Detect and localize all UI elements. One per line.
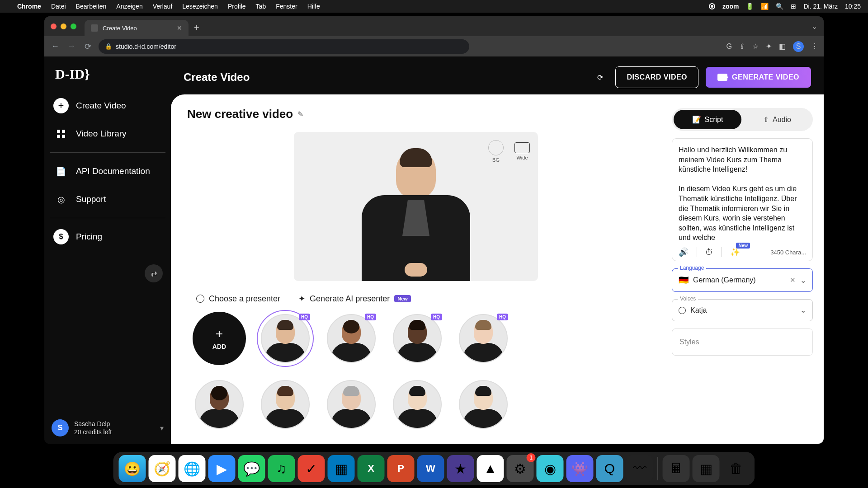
tab-list-icon[interactable]: ⌄ [811,22,817,31]
menubar-item[interactable]: Bearbeiten [76,3,107,10]
menubar-app[interactable]: Chrome [17,3,41,10]
extensions-icon[interactable]: ✦ [766,42,772,51]
reload-button[interactable]: ⟳ [82,42,93,52]
bookmark-icon[interactable]: ☆ [752,42,759,51]
dock-drive[interactable]: ▲ [477,455,504,482]
spotlight-icon[interactable]: 🔍 [776,3,783,10]
dock-safari[interactable]: 🧭 [149,455,176,482]
sidebar-item-video-library[interactable]: Video Library [44,120,171,148]
presenter-option[interactable] [259,378,312,431]
script-textarea[interactable]: Hallo und herzlich Willkommen zu meinem … [672,138,813,261]
record-icon[interactable] [709,3,715,9]
tab-script[interactable]: 📝 Script [674,110,741,129]
dock-trash[interactable]: 🗑 [722,455,750,482]
back-button[interactable]: ← [50,42,61,51]
background-button[interactable]: BG [488,140,504,163]
menubar-item[interactable]: Tab [256,3,266,10]
generate-video-button[interactable]: GENERATE VIDEO [706,67,811,88]
sidebar-item-pricing[interactable]: $ Pricing [44,223,171,251]
share-icon[interactable]: ⇪ [739,42,745,51]
browser-tab[interactable]: Create Video ✕ [85,20,189,36]
grid-icon [53,126,69,141]
styles-select[interactable]: Styles [672,328,813,356]
dock-excel[interactable]: X [358,455,385,482]
presenter-option[interactable] [457,378,510,431]
presenter-option[interactable] [391,378,444,431]
presenter-option[interactable] [193,378,246,431]
dock-whatsapp[interactable]: 💬 [238,455,265,482]
minimize-window-icon[interactable] [61,23,66,29]
tab-choose-presenter[interactable]: Choose a presenter [196,294,280,304]
google-icon[interactable]: G [726,42,732,51]
menubar-item[interactable]: Anzeigen [116,3,142,10]
magic-button[interactable]: ✨New [730,247,740,257]
dock-chrome[interactable]: 🌐 [179,455,206,482]
dock-trello[interactable]: ▦ [328,455,355,482]
menubar-item[interactable]: Profile [228,3,246,10]
tab-generate-presenter[interactable]: ✦ Generate AI presenter New [298,294,411,304]
forward-button[interactable]: → [66,42,77,51]
menubar-item[interactable]: Fenster [276,3,297,10]
url-field[interactable]: 🔒 studio.d-id.com/editor [99,39,469,54]
dock-folder[interactable]: ▦ [693,455,720,482]
app-logo[interactable]: D-ID} [44,64,171,92]
language-select[interactable]: Language 🇩🇪 German (Germany) ✕ ⌄ [672,268,813,292]
presenter-option[interactable]: HQ [259,312,312,365]
dock-calculator[interactable]: 🖩 [663,455,690,482]
menubar-item[interactable]: Verlauf [153,3,173,10]
favicon-icon [91,24,98,32]
voice-select[interactable]: Voices Katja ⌄ [672,299,813,321]
dock-audio[interactable]: 〰 [626,455,653,482]
edit-title-icon[interactable]: ✎ [297,110,303,118]
maximize-window-icon[interactable] [71,23,76,29]
refresh-button[interactable]: ⟳ [592,69,608,85]
listen-button[interactable]: 🔊 [679,247,689,257]
dock-discord[interactable]: 👾 [566,455,594,482]
sidebar-item-api-docs[interactable]: 📄 API Documentation [44,157,171,185]
tab-audio[interactable]: ⇧ Audio [743,110,811,129]
menubar-item[interactable]: Hilfe [307,3,320,10]
menubar-item[interactable]: Lesezeichen [182,3,218,10]
profile-avatar[interactable]: S [793,41,804,52]
pause-button[interactable]: ⏱ [705,248,713,257]
close-window-icon[interactable] [51,23,57,29]
close-tab-icon[interactable]: ✕ [177,24,182,32]
dock-zoom[interactable]: ▶ [208,455,236,482]
sidepanel-icon[interactable]: ◧ [779,42,786,51]
sidebar-item-support[interactable]: ◎ Support [44,185,171,213]
app-header: Create Video ⟳ DISCARD VIDEO GENERATE VI… [171,56,824,94]
dock-powerpoint[interactable]: P [387,455,415,482]
dock-spotify[interactable]: ♫ [268,455,295,482]
lock-icon: 🔒 [105,43,112,50]
svg-rect-3 [62,135,65,138]
dock-app[interactable]: ◉ [537,455,564,482]
menubar-item[interactable]: Datei [51,3,66,10]
presenter-option[interactable]: HQ [325,312,378,365]
control-center-icon[interactable]: ⊞ [791,3,796,10]
presenter-option[interactable] [325,378,378,431]
discard-video-button[interactable]: DISCARD VIDEO [615,66,698,88]
chevron-down-icon: ⌄ [800,276,806,285]
user-menu[interactable]: S Sascha Delp 20 credits left ▾ [44,412,171,444]
wifi-icon[interactable]: 📶 [761,3,769,10]
menubar-time[interactable]: 10:25 [845,3,861,10]
new-tab-button[interactable]: + [194,23,199,33]
collapse-sidebar-button[interactable]: ⇄ [145,264,163,282]
dock-quicktime[interactable]: Q [596,455,623,482]
user-name: Sascha Delp [74,420,112,428]
dock-settings[interactable]: ⚙1 [507,455,534,482]
battery-icon[interactable]: 🔋 [746,3,754,10]
dock-todoist[interactable]: ✓ [298,455,325,482]
add-presenter-button[interactable]: + ADD [193,312,246,365]
wide-button[interactable]: Wide [514,140,530,163]
zoom-status[interactable]: zoom [722,3,739,10]
dock-word[interactable]: W [417,455,444,482]
dock-finder[interactable]: 😀 [119,455,146,482]
menubar-date[interactable]: Di. 21. März [803,3,837,10]
presenter-option[interactable]: HQ [391,312,444,365]
sidebar-item-create-video[interactable]: + Create Video [44,92,171,120]
clear-icon[interactable]: ✕ [790,276,796,284]
chrome-menu-icon[interactable]: ⋮ [811,42,818,51]
presenter-option[interactable]: HQ [457,312,510,365]
dock-imovie[interactable]: ★ [447,455,474,482]
